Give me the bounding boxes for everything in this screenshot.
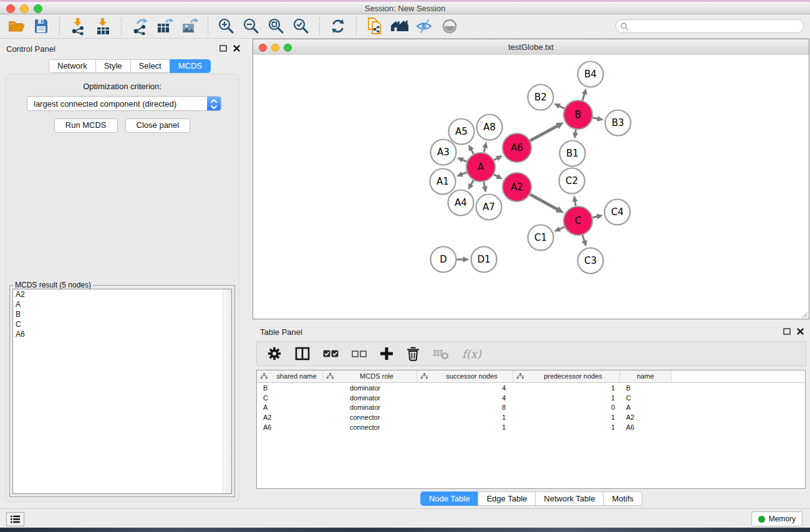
- graph-edge[interactable]: [484, 182, 485, 188]
- graph-edge[interactable]: [494, 175, 498, 177]
- hide-eye-button[interactable]: [412, 16, 437, 36]
- criterion-dropdown[interactable]: largest connected component (directed): [27, 96, 221, 111]
- tab-edge-table[interactable]: Edge Table: [478, 491, 536, 506]
- graph-edge[interactable]: [530, 195, 558, 210]
- float-panel-icon[interactable]: [219, 45, 227, 52]
- table-row[interactable]: A dominator 8 0 A: [257, 403, 805, 413]
- close-panel-button[interactable]: Close panel: [125, 118, 191, 133]
- mcds-result-item[interactable]: B: [13, 309, 231, 319]
- zoom-fit-button[interactable]: [264, 16, 289, 36]
- show-eye-button[interactable]: [437, 16, 462, 36]
- graph-node-D[interactable]: D: [431, 247, 456, 273]
- network-window-titlebar[interactable]: testGlobe.txt: [253, 39, 809, 56]
- import-table-button[interactable]: [90, 16, 115, 36]
- clone-network-button[interactable]: [362, 16, 387, 36]
- import-network-button[interactable]: [65, 16, 90, 36]
- tab-select[interactable]: Select: [130, 59, 170, 73]
- column-header-mcds-role[interactable]: MCDS role: [323, 370, 417, 382]
- column-header-successor-nodes[interactable]: successor nodes: [417, 370, 513, 382]
- export-image-button[interactable]: [177, 16, 202, 36]
- export-network-button[interactable]: [127, 16, 152, 36]
- deselect-all-checkboxes-icon[interactable]: [352, 351, 367, 357]
- result-list-scrollbar[interactable]: [223, 289, 231, 493]
- graph-edge[interactable]: [592, 216, 597, 218]
- mcds-result-item[interactable]: A: [13, 299, 231, 309]
- graph-edge[interactable]: [471, 150, 474, 154]
- tab-network-table[interactable]: Network Table: [535, 491, 604, 506]
- graph-node-A8[interactable]: A8: [477, 115, 503, 140]
- split-columns-icon[interactable]: [295, 347, 310, 360]
- graph-edge[interactable]: [461, 172, 466, 174]
- refresh-button[interactable]: [325, 16, 350, 36]
- mcds-result-item[interactable]: A2: [13, 289, 231, 299]
- graph-edge[interactable]: [494, 158, 498, 160]
- column-header-name[interactable]: name: [620, 370, 672, 382]
- graph-node-A3[interactable]: A3: [431, 140, 456, 165]
- search-input[interactable]: [629, 21, 803, 32]
- tab-mcds[interactable]: MCDS: [170, 59, 211, 73]
- zoom-out-button[interactable]: [239, 16, 264, 36]
- graph-edge[interactable]: [575, 201, 576, 206]
- select-all-checkboxes-icon[interactable]: [323, 350, 339, 357]
- graph-node-C3[interactable]: C3: [578, 248, 604, 274]
- graph-node-A2[interactable]: A2: [503, 173, 531, 201]
- tab-style[interactable]: Style: [95, 59, 131, 73]
- graph-node-C4[interactable]: C4: [605, 200, 630, 225]
- graph-node-B2[interactable]: B2: [528, 85, 554, 110]
- tab-node-table[interactable]: Node Table: [420, 491, 479, 506]
- column-header-shared-name[interactable]: shared name: [257, 370, 323, 382]
- close-panel-icon[interactable]: [233, 45, 240, 52]
- graph-edge[interactable]: [530, 126, 557, 141]
- export-table-button[interactable]: [152, 16, 177, 36]
- home-button[interactable]: [387, 16, 412, 36]
- graph-node-A6[interactable]: A6: [503, 133, 531, 162]
- graph-edge[interactable]: [582, 94, 584, 100]
- graph-node-A7[interactable]: A7: [476, 195, 502, 220]
- network-canvas[interactable]: B4B2BB3A8A5A6A3B1AC2A1A2A4A7C4CC1C3DD1: [253, 55, 809, 319]
- delete-table-icon[interactable]: [433, 348, 449, 360]
- close-panel-icon[interactable]: [797, 328, 804, 335]
- table-row[interactable]: B dominator 4 1 B: [257, 383, 805, 393]
- zoom-in-button[interactable]: [214, 16, 239, 36]
- graph-edge[interactable]: [593, 118, 599, 119]
- graph-node-D1[interactable]: D1: [471, 247, 497, 273]
- column-header-predecessor-nodes[interactable]: predecessor nodes: [513, 370, 620, 382]
- graph-node-B[interactable]: B: [564, 100, 592, 129]
- task-history-button[interactable]: [6, 512, 24, 526]
- mcds-result-list[interactable]: A2ABCA6: [12, 289, 232, 494]
- table-row[interactable]: C dominator 4 1 C: [257, 393, 805, 403]
- graph-edge[interactable]: [471, 180, 473, 185]
- zoom-selected-button[interactable]: [289, 16, 314, 36]
- mcds-result-item[interactable]: C: [13, 319, 231, 329]
- network-graph[interactable]: B4B2BB3A8A5A6A3B1AC2A1A2A4A7C4CC1C3DD1: [253, 55, 809, 319]
- add-column-icon[interactable]: [380, 347, 393, 360]
- function-builder-button[interactable]: f(x): [462, 347, 481, 360]
- table-row[interactable]: A6 connector 1 1 A6: [257, 422, 805, 432]
- graph-node-A5[interactable]: A5: [449, 119, 475, 145]
- tab-network[interactable]: Network: [49, 59, 96, 73]
- table-row[interactable]: A2 connector 1 1 A2: [257, 412, 805, 422]
- resize-grip-icon[interactable]: [801, 311, 808, 318]
- save-session-button[interactable]: [29, 16, 54, 36]
- graph-node-C2[interactable]: C2: [559, 168, 585, 194]
- graph-node-A1[interactable]: A1: [430, 169, 456, 195]
- graph-node-A4[interactable]: A4: [448, 190, 474, 216]
- graph-node-B1[interactable]: B1: [560, 141, 586, 167]
- main-titlebar[interactable]: Session: New Session: [0, 2, 810, 14]
- mcds-result-item[interactable]: A6: [13, 329, 231, 339]
- graph-node-A[interactable]: A: [466, 153, 495, 181]
- graph-edge[interactable]: [462, 160, 467, 162]
- graph-node-B4[interactable]: B4: [578, 62, 604, 87]
- graph-edge[interactable]: [582, 235, 584, 241]
- dropdown-stepper[interactable]: [207, 97, 221, 110]
- graph-edge[interactable]: [484, 147, 485, 153]
- graph-edge[interactable]: [559, 106, 564, 109]
- search-field[interactable]: [615, 19, 804, 33]
- node-table[interactable]: shared name MCDS role successor nodes pr…: [256, 370, 806, 489]
- settings-gear-icon[interactable]: [267, 346, 282, 361]
- graph-node-C[interactable]: C: [564, 206, 592, 235]
- run-mcds-button[interactable]: Run MCDS: [54, 118, 118, 133]
- memory-button[interactable]: Memory: [751, 511, 803, 526]
- graph-node-B3[interactable]: B3: [605, 110, 631, 136]
- float-panel-icon[interactable]: [783, 328, 791, 335]
